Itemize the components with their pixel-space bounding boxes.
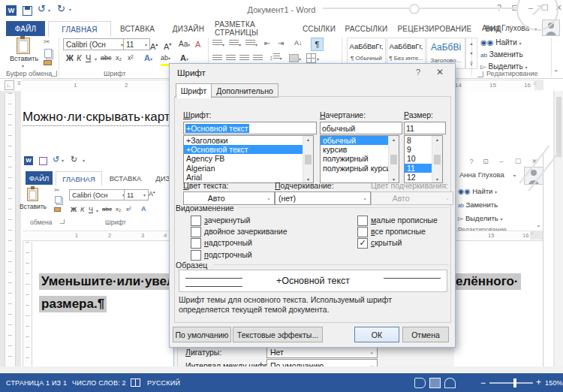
size-list-scrollbar[interactable]: ▴▾: [432, 136, 442, 182]
dialog-title: Шрифт: [177, 68, 206, 77]
web-layout-icon[interactable]: [444, 378, 456, 388]
underline-style-dropdown[interactable]: (нет)⌄: [275, 191, 371, 205]
preview-text: +Основной текст: [179, 276, 447, 286]
underline-color-label: Цвет подчеркивания:: [371, 181, 448, 190]
zoom-slider-track[interactable]: [489, 382, 533, 384]
mini-save-icon: [39, 157, 47, 165]
mini-maximize: ☐: [513, 157, 522, 166]
vertical-scrollbar[interactable]: [555, 91, 563, 366]
mini-undo-icon: ↺: [53, 155, 59, 164]
mini-tab-home: ГЛАВНАЯ: [56, 171, 102, 185]
mini-grow-font-icon: А▴: [149, 189, 155, 198]
mini-select: ▻ Выделить ▾: [458, 214, 502, 222]
zoom-level[interactable]: 150%: [545, 379, 563, 387]
proofing-icon[interactable]: [131, 378, 140, 387]
mini-right-indent-icon: ⌂: [531, 231, 534, 235]
mini-font-size: 11▾: [124, 189, 149, 201]
status-bar: СТРАНИЦА 1 ИЗ 1 ЧИСЛО СЛОВ: 2 РУССКИЙ − …: [0, 373, 563, 392]
superscript-checkbox[interactable]: [191, 238, 201, 249]
font-description: Шрифт темы для основного текста. Использ…: [179, 295, 443, 315]
language-indicator[interactable]: РУССКИЙ: [147, 379, 180, 387]
mini-help: ?: [467, 157, 476, 166]
subscript-checkbox[interactable]: [191, 250, 201, 261]
dialog-help-icon[interactable]: ?: [416, 68, 420, 77]
style-input[interactable]: обычный: [320, 122, 402, 134]
horizontal-scrollbar[interactable]: [0, 366, 563, 373]
mini-replace: ab Заменить: [458, 201, 498, 209]
scrollbar-thumb[interactable]: [556, 97, 561, 157]
mini-sub: x₂: [116, 206, 121, 213]
mini-italic: К: [80, 206, 84, 213]
scroll-up-icon: ▴: [436, 137, 438, 142]
cancel-button[interactable]: Отмена: [402, 327, 449, 342]
font-list[interactable]: +Заголовки +Основной текст Agency FB Alg…: [183, 135, 314, 183]
zoom-out-icon[interactable]: −: [480, 378, 486, 388]
mini-vertical-ruler: [23, 242, 32, 366]
mini-user-avatar: [524, 167, 543, 185]
mini-paste-icon: [27, 188, 38, 201]
ok-button[interactable]: ОК: [354, 327, 399, 342]
mini-word-logo-icon: W: [24, 156, 33, 165]
selected-text-line2[interactable]: размера.¶: [39, 296, 107, 312]
zoom-slider-thumb[interactable]: [513, 378, 516, 387]
text-color-label: Цвет текста:: [183, 181, 228, 190]
underline-style-label: Подчеркивание:: [275, 181, 334, 190]
read-mode-icon[interactable]: [414, 378, 426, 388]
mini-font-group-label: Шрифт: [105, 219, 126, 226]
checkmark-icon: ✓: [359, 238, 366, 247]
page-indicator[interactable]: СТРАНИЦА 1 ИЗ 1: [6, 379, 67, 387]
style-label: Начертание:: [320, 110, 366, 119]
text-effects-button[interactable]: Текстовые эффекты...: [233, 327, 323, 342]
print-layout-icon[interactable]: [429, 378, 441, 388]
mini-paste-label: Вставить: [20, 203, 47, 210]
double-strikethrough-checkbox[interactable]: [191, 227, 201, 237]
small-caps-checkbox[interactable]: [357, 216, 368, 226]
mini-sup: x²: [126, 206, 131, 213]
mini-find: ◉◉ Найти ▾: [458, 187, 497, 195]
zoom-in-icon[interactable]: +: [536, 377, 541, 387]
mini-user-name: Анна Глухова: [459, 170, 504, 179]
binoculars-icon: ◉◉: [458, 187, 471, 195]
mini-bold: Ж: [71, 206, 77, 213]
strikethrough-checkbox[interactable]: [191, 216, 201, 226]
size-input[interactable]: 11: [404, 122, 446, 134]
mini-ribbon-options: ⊡: [481, 157, 490, 166]
mini-clipboard-group-label: обмена: [30, 219, 52, 226]
mini-strike: abc: [102, 206, 112, 213]
set-default-button[interactable]: По умолчанию: [173, 327, 231, 342]
scroll-up-icon: ▴: [307, 137, 309, 142]
word-count[interactable]: ЧИСЛО СЛОВ: 2: [72, 379, 126, 387]
dialog-close-icon[interactable]: ✕: [436, 67, 444, 77]
underline-color-dropdown: Авто⌄: [371, 191, 453, 205]
mini-cut-icon: ✂: [54, 186, 60, 194]
mini-ligatures-label: Лигатуры:: [185, 348, 221, 357]
size-label: Размер:: [404, 110, 433, 119]
mini-font-name: Calibri (Осн▾: [69, 189, 128, 201]
style-list-scrollbar[interactable]: ▴▾: [388, 136, 399, 182]
mini-tab-file: ФАЙЛ: [26, 171, 53, 185]
all-caps-checkbox[interactable]: [357, 227, 368, 237]
scroll-up-icon: ▴: [393, 137, 395, 142]
effects-group-label: Видоизменение: [176, 204, 234, 213]
preview-group-label: Образец: [176, 261, 207, 270]
mini-minimize: –: [497, 157, 506, 166]
cursor-icon: ▻: [458, 214, 463, 222]
hidden-checkbox[interactable]: ✓: [357, 238, 368, 249]
mini-close: ✕: [530, 157, 539, 166]
size-list[interactable]: 8 9 10 11 12 ▴▾: [404, 135, 443, 183]
mini-format-painter-icon: [54, 207, 61, 212]
vertical-ruler[interactable]: [5, 93, 16, 366]
selected-text-line1-end[interactable]: елённого·: [453, 273, 521, 290]
mini-underline: Ч: [89, 206, 93, 213]
font-input[interactable]: +Основной текст: [183, 122, 317, 134]
dialog-tab-font[interactable]: Шрифт: [176, 83, 212, 98]
replace-icon: ab: [458, 203, 464, 208]
mini-copy-icon: [55, 196, 62, 204]
font-label: Шрифт:: [183, 110, 211, 119]
font-dialog: Шрифт ? ✕ Шрифт Дополнительно Шрифт: Нач…: [169, 63, 456, 348]
embedded-image-edge: [543, 153, 543, 366]
font-list-scrollbar[interactable]: ▴▾: [303, 136, 313, 182]
document-heading[interactable]: Можно·ли·скрывать·картин: [23, 110, 184, 126]
style-list[interactable]: обычный курсив полужирный полужирный кур…: [320, 135, 399, 183]
mini-tab-insert: ВСТАВКА: [105, 171, 146, 185]
